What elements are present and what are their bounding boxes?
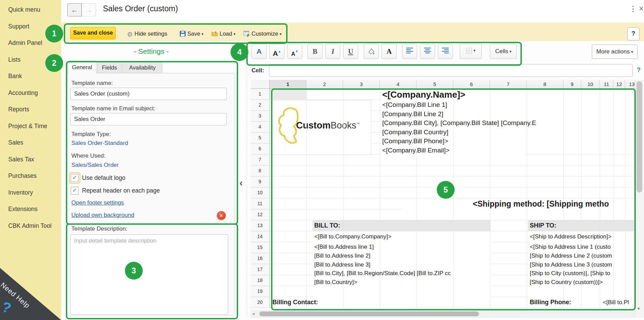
row-header-17[interactable]: 17 <box>250 264 270 275</box>
vertical-scrollbar-thumb[interactable] <box>636 81 642 193</box>
column-header-8[interactable]: 8 <box>527 80 563 89</box>
column-header-2[interactable]: 2 <box>306 80 343 89</box>
row-header-18[interactable]: 18 <box>250 275 270 286</box>
horizontal-scrollbar-thumb[interactable] <box>259 311 479 316</box>
horizontal-scrollbar[interactable]: ◂ <box>250 310 635 318</box>
sidebar-item-admin-panel[interactable]: Admin Panel <box>8 38 42 48</box>
text-color-button[interactable]: A <box>382 44 397 59</box>
column-header-7[interactable]: 7 <box>490 80 527 89</box>
underline-button[interactable]: U <box>343 44 358 59</box>
column-header-5[interactable]: 5 <box>417 80 453 89</box>
sidebar-item-accounting[interactable]: Accounting <box>8 88 38 98</box>
sidebar-item-quick-menu[interactable]: Quick menu <box>8 4 40 15</box>
repeat-header-checkbox[interactable]: ✓ <box>71 187 79 195</box>
tab-general[interactable]: General <box>68 61 96 74</box>
open-footer-settings-link[interactable]: Open footer settings <box>71 199 124 206</box>
spreadsheet[interactable]: CustomBooks™ 123456789101112131234567891… <box>250 80 635 318</box>
fill-color-button[interactable] <box>364 44 379 59</box>
increase-font-button[interactable]: A▲ <box>269 44 284 59</box>
sheet-corner-stub[interactable] <box>250 80 270 89</box>
scroll-left-icon[interactable]: ◂ <box>252 311 255 316</box>
column-header-13[interactable]: 13 <box>625 80 635 89</box>
use-default-logo-checkbox[interactable]: ✓ <box>71 174 79 182</box>
upload-background-link[interactable]: Upload own background <box>71 212 134 219</box>
save-menu-button[interactable]: Save▾ <box>180 29 203 38</box>
align-left-button[interactable] <box>402 44 417 59</box>
more-actions-button[interactable]: More actions▾ <box>592 45 637 59</box>
selected-cell[interactable] <box>270 89 306 100</box>
row-header-19[interactable]: 19 <box>250 286 270 297</box>
sidebar-item-project-time[interactable]: Project & Time <box>8 121 47 131</box>
row-header-1[interactable]: 1 <box>250 89 270 100</box>
need-help-ribbon[interactable]: Need Help ? <box>0 268 61 320</box>
panel-divider <box>247 43 247 317</box>
font-button[interactable]: A <box>251 44 267 59</box>
row-header-2[interactable]: 2 <box>250 100 270 111</box>
row-header-5[interactable]: 5 <box>250 133 270 144</box>
sidebar-item-sales-tax[interactable]: Sales Tax <box>8 154 34 164</box>
template-description-textarea[interactable] <box>70 234 228 315</box>
column-header-4[interactable]: 4 <box>380 80 417 89</box>
align-right-button[interactable] <box>438 44 453 59</box>
template-type-link[interactable]: Sales Order-Standard <box>71 140 128 147</box>
sidebar-item-inventory[interactable]: Inventory <box>8 187 33 198</box>
column-header-11[interactable]: 11 <box>600 80 613 89</box>
collapse-panel-chevron[interactable]: ‹ <box>239 177 243 188</box>
borders-button[interactable]: ▾ <box>460 44 482 59</box>
sidebar-item-extensions[interactable]: Extensions <box>8 204 38 214</box>
close-icon[interactable]: × <box>639 4 644 13</box>
template-description-label: Template Description: <box>71 225 127 232</box>
row-header-7[interactable]: 7 <box>250 155 270 165</box>
kebab-menu-icon[interactable]: ⋮ <box>629 4 637 13</box>
row-header-10[interactable]: 10 <box>250 187 270 198</box>
row-header-3[interactable]: 3 <box>250 111 270 122</box>
column-header-9[interactable]: 9 <box>563 80 581 89</box>
customize-menu-button[interactable]: Customize▾ <box>244 29 281 38</box>
sidebar-item-support[interactable]: Support <box>8 21 29 32</box>
column-header-10[interactable]: 10 <box>581 80 600 89</box>
cells-button[interactable]: Cells▾ <box>490 44 517 59</box>
load-menu-button[interactable]: Load▾ <box>211 29 235 38</box>
italic-button[interactable]: I <box>325 44 340 59</box>
sidebar-item-reports[interactable]: Reports <box>8 104 29 114</box>
cell-help-icon[interactable]: ? <box>637 66 641 74</box>
scroll-down-icon[interactable]: ▾ <box>637 306 640 311</box>
remove-background-icon[interactable]: × <box>217 211 226 220</box>
row-header-14[interactable]: 14 <box>250 231 270 242</box>
help-button[interactable]: ? <box>627 27 640 40</box>
template-name-input[interactable] <box>70 88 227 100</box>
row-header-8[interactable]: 8 <box>250 165 270 176</box>
column-header-1[interactable]: 1 <box>270 80 306 89</box>
tab-fields[interactable]: Fields <box>97 62 122 73</box>
bold-button[interactable]: B <box>307 44 323 59</box>
row-header-4[interactable]: 4 <box>250 122 270 133</box>
column-header-3[interactable]: 3 <box>343 80 380 89</box>
save-and-close-button[interactable]: Save and close <box>70 27 116 39</box>
align-left-icon <box>406 48 413 53</box>
column-header-6[interactable]: 6 <box>453 80 490 89</box>
row-header-6[interactable]: 6 <box>250 144 270 155</box>
sidebar-item-cbk-admin-tool[interactable]: CBK Admin Tool <box>8 221 51 231</box>
row-header-11[interactable]: 11 <box>250 198 270 209</box>
column-header-12[interactable]: 12 <box>613 80 625 89</box>
row-header-9[interactable]: 9 <box>250 176 270 187</box>
sidebar-item-sales[interactable]: Sales <box>8 137 23 148</box>
row-header-15[interactable]: 15 <box>250 242 270 253</box>
forward-button[interactable]: → <box>82 3 96 16</box>
row-header-13[interactable]: 13 <box>250 220 270 231</box>
row-header-16[interactable]: 16 <box>250 253 270 264</box>
align-center-button[interactable] <box>420 44 435 59</box>
tab-availability[interactable]: Availability <box>122 62 162 73</box>
sidebar-item-purchases[interactable]: Purchases <box>8 171 37 181</box>
vertical-scrollbar[interactable]: ▾ <box>635 80 644 318</box>
row-header-20[interactable]: 20 <box>250 297 270 308</box>
sidebar-item-bank[interactable]: Bank <box>8 71 22 81</box>
row-header-12[interactable]: 12 <box>250 209 270 220</box>
decrease-font-button[interactable]: A▼ <box>287 44 302 59</box>
hide-settings-button[interactable]: ⚙Hide settings <box>127 29 167 38</box>
sidebar-item-lists[interactable]: Lists <box>8 54 21 65</box>
email-subject-input[interactable] <box>70 113 227 125</box>
back-button[interactable]: ← <box>67 3 82 16</box>
where-used-link[interactable]: Sales/Sales Order <box>71 162 119 169</box>
cell-reference-input[interactable] <box>269 64 633 77</box>
